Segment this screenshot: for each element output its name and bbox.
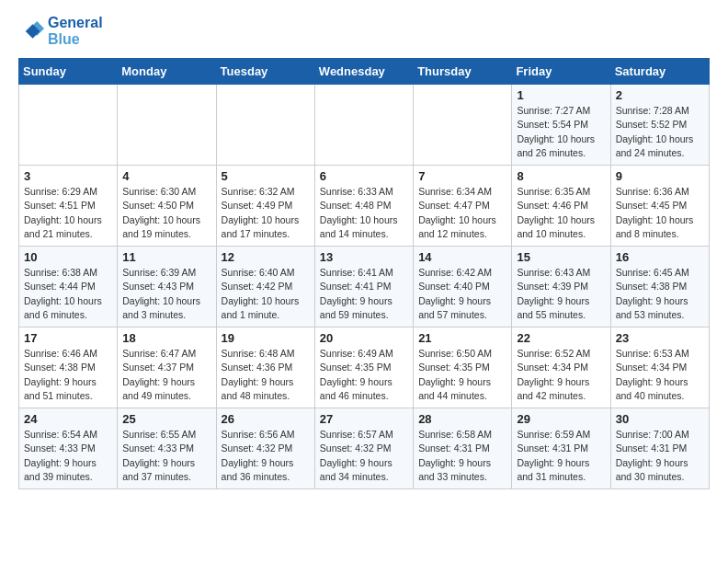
cell-info: Sunrise: 6:29 AM Sunset: 4:51 PM Dayligh…	[24, 185, 112, 241]
cell-info: Sunrise: 6:32 AM Sunset: 4:49 PM Dayligh…	[222, 185, 310, 241]
cell-info: Sunrise: 6:34 AM Sunset: 4:47 PM Dayligh…	[418, 185, 506, 241]
calendar-cell: 12Sunrise: 6:40 AM Sunset: 4:42 PM Dayli…	[216, 247, 314, 327]
day-number: 23	[616, 331, 704, 345]
day-number: 13	[320, 250, 408, 264]
cell-info: Sunrise: 6:43 AM Sunset: 4:39 PM Dayligh…	[517, 266, 605, 322]
calendar-cell: 7Sunrise: 6:34 AM Sunset: 4:47 PM Daylig…	[414, 166, 512, 247]
calendar-cell: 13Sunrise: 6:41 AM Sunset: 4:41 PM Dayli…	[314, 247, 413, 327]
day-number: 20	[320, 331, 408, 345]
calendar-table: SundayMondayTuesdayWednesdayThursdayFrid…	[18, 58, 710, 489]
day-number: 28	[418, 412, 506, 426]
calendar-cell	[118, 85, 216, 166]
calendar-cell: 1Sunrise: 7:27 AM Sunset: 5:54 PM Daylig…	[512, 85, 610, 166]
calendar-cell: 22Sunrise: 6:52 AM Sunset: 4:34 PM Dayli…	[512, 327, 610, 408]
day-number: 25	[122, 412, 210, 426]
day-number: 10	[24, 250, 112, 264]
day-number: 15	[517, 250, 605, 264]
calendar-cell: 16Sunrise: 6:45 AM Sunset: 4:38 PM Dayli…	[610, 247, 709, 327]
day-number: 9	[616, 169, 704, 183]
calendar-cell: 9Sunrise: 6:36 AM Sunset: 4:45 PM Daylig…	[610, 166, 709, 247]
calendar-week-4: 17Sunrise: 6:46 AM Sunset: 4:38 PM Dayli…	[19, 327, 710, 408]
calendar-cell: 3Sunrise: 6:29 AM Sunset: 4:51 PM Daylig…	[19, 166, 118, 247]
day-number: 11	[122, 250, 210, 264]
calendar-cell: 18Sunrise: 6:47 AM Sunset: 4:37 PM Dayli…	[118, 327, 216, 408]
calendar-cell: 14Sunrise: 6:42 AM Sunset: 4:40 PM Dayli…	[414, 247, 512, 327]
calendar-cell: 23Sunrise: 6:53 AM Sunset: 4:34 PM Dayli…	[610, 327, 709, 408]
cell-info: Sunrise: 6:45 AM Sunset: 4:38 PM Dayligh…	[616, 266, 704, 322]
cell-info: Sunrise: 6:58 AM Sunset: 4:31 PM Dayligh…	[418, 428, 506, 484]
day-number: 1	[517, 88, 605, 102]
day-number: 17	[24, 331, 112, 345]
calendar-cell: 30Sunrise: 7:00 AM Sunset: 4:31 PM Dayli…	[610, 408, 709, 489]
calendar-week-1: 1Sunrise: 7:27 AM Sunset: 5:54 PM Daylig…	[19, 85, 710, 166]
calendar-body: 1Sunrise: 7:27 AM Sunset: 5:54 PM Daylig…	[19, 85, 710, 489]
calendar-cell	[19, 85, 118, 166]
calendar-cell: 11Sunrise: 6:39 AM Sunset: 4:43 PM Dayli…	[118, 247, 216, 327]
cell-info: Sunrise: 6:35 AM Sunset: 4:46 PM Dayligh…	[517, 185, 605, 241]
cell-info: Sunrise: 6:55 AM Sunset: 4:33 PM Dayligh…	[122, 428, 210, 484]
calendar-week-3: 10Sunrise: 6:38 AM Sunset: 4:44 PM Dayli…	[19, 247, 710, 327]
calendar-week-2: 3Sunrise: 6:29 AM Sunset: 4:51 PM Daylig…	[19, 166, 710, 247]
day-number: 29	[517, 412, 605, 426]
calendar-cell: 17Sunrise: 6:46 AM Sunset: 4:38 PM Dayli…	[19, 327, 118, 408]
cell-info: Sunrise: 6:53 AM Sunset: 4:34 PM Dayligh…	[616, 347, 704, 403]
day-number: 3	[24, 169, 112, 183]
cell-info: Sunrise: 6:47 AM Sunset: 4:37 PM Dayligh…	[122, 347, 210, 403]
weekday-header-friday: Friday	[512, 59, 610, 85]
logo: General Blue	[18, 15, 103, 47]
cell-info: Sunrise: 6:49 AM Sunset: 4:35 PM Dayligh…	[320, 347, 408, 403]
weekday-header-sunday: Sunday	[19, 59, 118, 85]
calendar-cell: 10Sunrise: 6:38 AM Sunset: 4:44 PM Dayli…	[19, 247, 118, 327]
cell-info: Sunrise: 6:50 AM Sunset: 4:35 PM Dayligh…	[418, 347, 506, 403]
cell-info: Sunrise: 6:30 AM Sunset: 4:50 PM Dayligh…	[122, 185, 210, 241]
cell-info: Sunrise: 6:36 AM Sunset: 4:45 PM Dayligh…	[616, 185, 704, 241]
day-number: 2	[616, 88, 704, 102]
calendar-header: SundayMondayTuesdayWednesdayThursdayFrid…	[19, 59, 710, 85]
weekday-header-row: SundayMondayTuesdayWednesdayThursdayFrid…	[19, 59, 710, 85]
logo-icon	[18, 18, 44, 44]
calendar-cell: 5Sunrise: 6:32 AM Sunset: 4:49 PM Daylig…	[216, 166, 314, 247]
cell-info: Sunrise: 7:27 AM Sunset: 5:54 PM Dayligh…	[517, 104, 605, 160]
day-number: 22	[517, 331, 605, 345]
day-number: 16	[616, 250, 704, 264]
day-number: 30	[616, 412, 704, 426]
calendar-cell	[414, 85, 512, 166]
calendar-cell: 20Sunrise: 6:49 AM Sunset: 4:35 PM Dayli…	[314, 327, 413, 408]
cell-info: Sunrise: 6:40 AM Sunset: 4:42 PM Dayligh…	[222, 266, 310, 322]
cell-info: Sunrise: 7:28 AM Sunset: 5:52 PM Dayligh…	[616, 104, 704, 160]
cell-info: Sunrise: 6:42 AM Sunset: 4:40 PM Dayligh…	[418, 266, 506, 322]
day-number: 8	[517, 169, 605, 183]
cell-info: Sunrise: 6:48 AM Sunset: 4:36 PM Dayligh…	[222, 347, 310, 403]
page-header: General Blue	[18, 15, 710, 47]
calendar-cell: 21Sunrise: 6:50 AM Sunset: 4:35 PM Dayli…	[414, 327, 512, 408]
calendar-cell: 26Sunrise: 6:56 AM Sunset: 4:32 PM Dayli…	[216, 408, 314, 489]
calendar-cell: 25Sunrise: 6:55 AM Sunset: 4:33 PM Dayli…	[118, 408, 216, 489]
calendar-cell	[216, 85, 314, 166]
cell-info: Sunrise: 6:46 AM Sunset: 4:38 PM Dayligh…	[24, 347, 112, 403]
day-number: 21	[418, 331, 506, 345]
day-number: 12	[222, 250, 310, 264]
day-number: 6	[320, 169, 408, 183]
day-number: 19	[222, 331, 310, 345]
cell-info: Sunrise: 6:59 AM Sunset: 4:31 PM Dayligh…	[517, 428, 605, 484]
day-number: 14	[418, 250, 506, 264]
cell-info: Sunrise: 6:54 AM Sunset: 4:33 PM Dayligh…	[24, 428, 112, 484]
day-number: 18	[122, 331, 210, 345]
calendar-cell: 4Sunrise: 6:30 AM Sunset: 4:50 PM Daylig…	[118, 166, 216, 247]
weekday-header-wednesday: Wednesday	[314, 59, 413, 85]
calendar-week-5: 24Sunrise: 6:54 AM Sunset: 4:33 PM Dayli…	[19, 408, 710, 489]
day-number: 4	[122, 169, 210, 183]
cell-info: Sunrise: 6:56 AM Sunset: 4:32 PM Dayligh…	[222, 428, 310, 484]
calendar-cell: 15Sunrise: 6:43 AM Sunset: 4:39 PM Dayli…	[512, 247, 610, 327]
calendar-cell	[314, 85, 413, 166]
weekday-header-saturday: Saturday	[610, 59, 709, 85]
weekday-header-thursday: Thursday	[414, 59, 512, 85]
day-number: 26	[222, 412, 310, 426]
cell-info: Sunrise: 7:00 AM Sunset: 4:31 PM Dayligh…	[616, 428, 704, 484]
calendar-cell: 28Sunrise: 6:58 AM Sunset: 4:31 PM Dayli…	[414, 408, 512, 489]
day-number: 5	[222, 169, 310, 183]
cell-info: Sunrise: 6:52 AM Sunset: 4:34 PM Dayligh…	[517, 347, 605, 403]
calendar-cell: 2Sunrise: 7:28 AM Sunset: 5:52 PM Daylig…	[610, 85, 709, 166]
day-number: 27	[320, 412, 408, 426]
calendar-cell: 27Sunrise: 6:57 AM Sunset: 4:32 PM Dayli…	[314, 408, 413, 489]
